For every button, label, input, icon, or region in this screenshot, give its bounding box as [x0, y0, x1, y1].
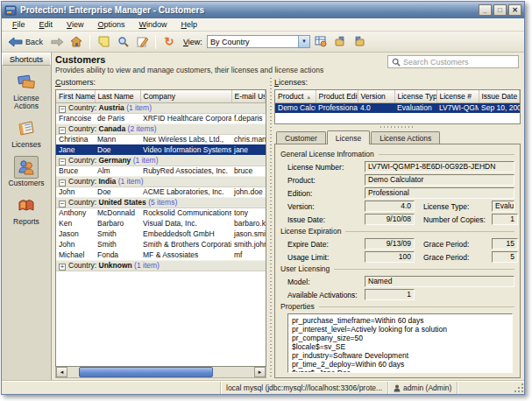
- customer-row[interactable]: JohnDoeACME Laboratories, Inc.john.doe: [56, 186, 266, 197]
- sidebar-item-license-actions[interactable]: License Actions: [2, 66, 51, 112]
- menu-file[interactable]: File: [5, 20, 32, 29]
- import-icon: [353, 36, 365, 47]
- model-field[interactable]: Named: [365, 276, 514, 287]
- app-window: Protection! Enterprise Manager - Custome…: [1, 1, 525, 395]
- license-type-field[interactable]: Evaluation: [492, 200, 514, 212]
- grace-days-label: Grace Period:: [423, 240, 492, 249]
- customer-row[interactable]: ChristinaMannNex Wireless Labs, Ltd.,chr…: [56, 134, 266, 144]
- detail-tabs: Customer License License Actions: [274, 130, 521, 144]
- customers-hscrollbar[interactable]: ◄ ►: [55, 367, 266, 378]
- tab-license-actions[interactable]: License Actions: [371, 131, 440, 144]
- collapse-icon[interactable]: −: [59, 179, 66, 186]
- resize-grip[interactable]: [513, 382, 524, 394]
- customer-group-row[interactable]: −Country: United States (5 items): [56, 197, 266, 208]
- import-licenses-button[interactable]: [351, 33, 368, 50]
- maximize-button[interactable]: □: [493, 4, 507, 16]
- license-type-label: License Type:: [423, 202, 492, 211]
- license-actions-icon: [14, 71, 39, 94]
- grace-days-field[interactable]: 15: [492, 238, 518, 250]
- product-label: Product:: [287, 176, 365, 185]
- license-number-field[interactable]: LV7WI-QGMP1-8E6DI-0G92B-JEHDN: [365, 161, 514, 172]
- menu-options[interactable]: Options: [90, 20, 131, 29]
- col-first-name[interactable]: First Name: [56, 90, 95, 102]
- customer-row[interactable]: Francoisede ParisXRFID Healthcare Corpor…: [56, 113, 266, 123]
- pane-splitter[interactable]: [266, 78, 274, 378]
- col-email-user[interactable]: E-mail User: [231, 90, 266, 102]
- issue-date-field[interactable]: 9/10/08: [365, 214, 415, 225]
- available-activations-field[interactable]: 1: [365, 289, 415, 300]
- col-company[interactable]: Company: [140, 90, 231, 102]
- collapse-icon[interactable]: −: [59, 106, 66, 113]
- grace-usages-field[interactable]: 5: [492, 251, 518, 263]
- scroll-left-icon[interactable]: ◄: [56, 367, 67, 377]
- edition-field[interactable]: Professional: [365, 187, 514, 199]
- view-combobox[interactable]: By Country ▼: [207, 35, 310, 48]
- home-button[interactable]: [67, 33, 85, 50]
- col-product-edition[interactable]: Product Edition: [316, 90, 358, 102]
- collapse-icon[interactable]: −: [59, 127, 66, 134]
- forward-button[interactable]: [48, 33, 66, 50]
- new-customer-button[interactable]: [95, 33, 112, 50]
- customer-row[interactable]: JasonSmithEmbeddedsoft GmbHjason.smith: [56, 229, 266, 239]
- col-license-number[interactable]: License #: [436, 90, 479, 102]
- customer-group-row[interactable]: −Country: Austria (1 item): [56, 102, 266, 113]
- col-license-type[interactable]: License Type: [394, 90, 436, 102]
- customer-group-row[interactable]: +Country: Unknown (1 item): [56, 260, 266, 271]
- titlebar[interactable]: Protection! Enterprise Manager - Custome…: [2, 2, 524, 18]
- minimize-button[interactable]: _: [479, 4, 492, 16]
- scrollbar-track[interactable]: [67, 367, 254, 377]
- customer-row[interactable]: JaneDoeVideo Information Systems Ltd.,ja…: [56, 144, 266, 155]
- refresh-button[interactable]: ↻: [160, 33, 178, 50]
- view-settings-button[interactable]: [312, 33, 330, 50]
- customer-group-row[interactable]: −Country: India (1 item): [56, 176, 266, 186]
- sidebar: Shortcuts License Actions Licenses Custo…: [2, 53, 52, 381]
- customer-row[interactable]: BruceAlmRubyRed Associates, Inc.bruce: [56, 165, 266, 176]
- main-area: Shortcuts License Actions Licenses Custo…: [2, 53, 524, 381]
- col-last-name[interactable]: Last Name: [95, 90, 140, 102]
- edit-customer-button[interactable]: [133, 33, 151, 50]
- customer-row[interactable]: KenBarbaroVisual Data, Inc.barbaro.ken: [56, 218, 266, 229]
- grace-usages-label: Grace Period:: [423, 253, 492, 262]
- view-customer-button[interactable]: [114, 33, 131, 50]
- col-product[interactable]: Product▲: [275, 90, 316, 102]
- tab-license[interactable]: License: [327, 130, 370, 144]
- collapse-icon[interactable]: −: [59, 158, 66, 165]
- usage-limit-field[interactable]: 100: [365, 251, 415, 263]
- version-field[interactable]: 4.0: [365, 200, 415, 212]
- search-box[interactable]: Search Customers: [387, 55, 519, 68]
- export-licenses-button[interactable]: [331, 33, 349, 50]
- properties-box[interactable]: pr_purchase_timeframe=Within 60 days pr_…: [287, 313, 513, 373]
- menu-window[interactable]: Window: [131, 20, 174, 29]
- section-properties: Properties: [280, 301, 514, 312]
- scroll-right-icon[interactable]: ►: [254, 367, 266, 377]
- sidebar-item-licenses[interactable]: Licenses: [2, 112, 51, 151]
- customer-group-row[interactable]: −Country: Germany (1 item): [56, 155, 266, 165]
- menubar: File Edit View Options Window Help: [2, 18, 524, 32]
- menu-view[interactable]: View: [60, 20, 90, 29]
- search-input[interactable]: Search Customers: [403, 58, 469, 67]
- scrollbar-thumb[interactable]: [79, 367, 213, 377]
- sidebar-item-reports[interactable]: Reports: [2, 189, 51, 228]
- copies-field[interactable]: 1: [492, 214, 518, 225]
- sidebar-item-customers[interactable]: Customers: [2, 151, 51, 189]
- menu-edit[interactable]: Edit: [32, 20, 60, 29]
- customer-row[interactable]: AnthonyMcDonnaldRocksolid Communications…: [56, 208, 266, 218]
- collapse-icon[interactable]: −: [59, 200, 66, 208]
- license-row[interactable]: Demo Calcul...Professional4.0EvaluationL…: [275, 102, 520, 113]
- version-label: Version:: [287, 202, 365, 211]
- customer-row[interactable]: JohnSmithSmith & Brothers Corporationsmi…: [56, 239, 266, 250]
- back-button[interactable]: Back: [5, 37, 46, 47]
- col-version[interactable]: Version: [358, 90, 394, 102]
- licenses-icon: [14, 117, 39, 140]
- col-issue-date[interactable]: Issue Date: [479, 90, 520, 102]
- tab-customer[interactable]: Customer: [276, 131, 326, 144]
- close-button[interactable]: ✕: [508, 4, 521, 16]
- product-field[interactable]: Demo Calculator: [365, 174, 514, 186]
- customer-row[interactable]: MichaelFondaMF & Assosiatesmf: [56, 250, 266, 260]
- expire-date-field[interactable]: 9/13/09: [365, 238, 415, 250]
- shortcuts-header[interactable]: Shortcuts: [2, 53, 51, 66]
- chevron-down-icon[interactable]: ▼: [298, 36, 309, 47]
- expand-icon[interactable]: +: [59, 264, 66, 271]
- menu-help[interactable]: Help: [174, 20, 204, 29]
- customer-group-row[interactable]: −Country: Canada (2 items): [56, 123, 266, 134]
